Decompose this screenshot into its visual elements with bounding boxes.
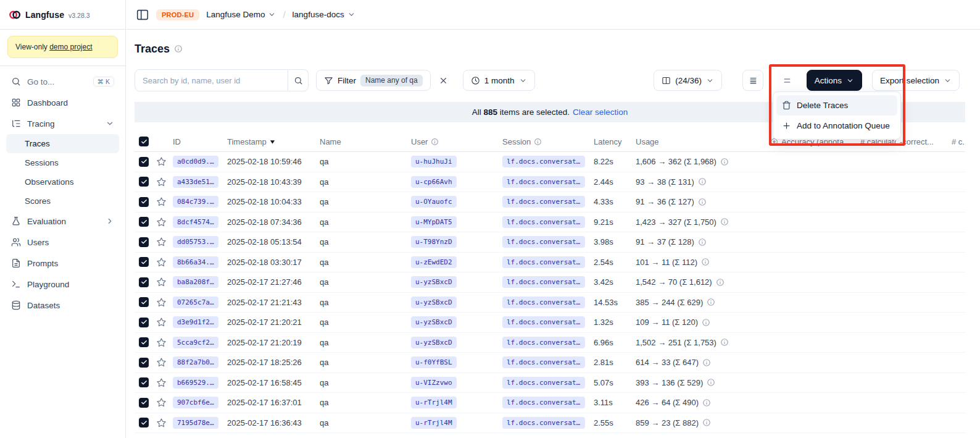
user-badge[interactable]: u-huJhuJi [411,156,457,167]
session-badge[interactable]: lf.docs.conversation... [502,196,585,208]
table-row[interactable]: a433de51...2025-02-18 10:43:39qau-cp66Av… [135,172,965,193]
sidebar-item-sessions[interactable]: Sessions [6,153,119,172]
trace-id-badge[interactable]: 8dcf4574... [173,216,218,228]
trace-id-badge[interactable]: 7195d78e... [173,417,218,429]
column-header-latency[interactable]: Latency [590,137,632,146]
session-badge[interactable]: lf.docs.conversation... [502,316,585,328]
star-icon[interactable] [156,397,167,408]
user-badge[interactable]: u-yzSBxcD [411,337,457,348]
trace-id-badge[interactable]: d3e9d1f2... [173,316,218,328]
user-badge[interactable]: u-cp66Avh [411,176,457,188]
table-row[interactable]: d3e9d1f2...2025-02-17 21:20:21qau-yzSBxc… [135,313,965,333]
star-icon[interactable] [156,297,167,308]
star-icon[interactable] [156,156,167,167]
filter-button[interactable]: Filter Name any of qa [316,70,431,91]
session-badge[interactable]: lf.docs.conversation... [502,417,585,429]
sidebar-item-prompts[interactable]: Prompts [6,253,119,274]
row-checkbox[interactable] [139,318,149,327]
user-badge[interactable]: u-f0YfBSL [411,356,457,368]
search-button[interactable] [288,69,309,91]
table-row[interactable]: 084c739...2025-02-18 10:04:33qau-OYauofc… [135,192,965,213]
org-switcher[interactable]: Langfuse Demo [206,10,276,19]
sidebar-item-observations[interactable]: Observations [6,172,119,192]
clear-selection-link[interactable]: Clear selection [573,107,628,117]
table-row[interactable]: 8b66a34...2025-02-18 03:30:17qau-zEwdED2… [135,253,965,273]
goto-search[interactable]: Go to... ⌘ K [6,71,119,92]
trace-id-badge[interactable]: 907cbf6e... [173,397,218,408]
trace-id-badge[interactable]: 084c739... [173,196,218,208]
sidebar-item-evaluation[interactable]: Evaluation [6,211,119,232]
session-badge[interactable]: lf.docs.conversation... [502,256,585,268]
session-badge[interactable]: lf.docs.conversation... [502,337,585,348]
actions-button[interactable]: Actions [807,70,862,91]
session-badge[interactable]: lf.docs.conversation... [502,356,585,368]
row-checkbox[interactable] [139,237,149,247]
row-height-small-button[interactable] [742,70,763,91]
clear-filter-button[interactable] [434,71,453,90]
project-switcher[interactable]: langfuse-docs [293,10,355,19]
table-row[interactable]: a0cd0d9...2025-02-18 10:59:46qau-huJhuJi… [135,152,965,172]
trace-id-badge[interactable]: b669529... [173,377,218,389]
session-badge[interactable]: lf.docs.conversation... [502,216,585,228]
sidebar-item-dashboard[interactable]: Dashboard [6,92,119,113]
search-input[interactable] [135,69,288,91]
column-header-extra[interactable]: # c... [948,137,965,146]
user-badge[interactable]: u-T98YnzD [411,236,457,248]
row-checkbox[interactable] [139,277,149,287]
session-badge[interactable]: lf.docs.conversation... [502,397,585,408]
column-header-user[interactable]: User [407,137,499,146]
trace-id-badge[interactable]: a433de51... [173,176,218,188]
trace-id-badge[interactable]: 07265c7a... [173,297,218,308]
table-row[interactable]: b669529...2025-02-17 16:58:45qau-VIZzvwo… [135,373,965,394]
star-icon[interactable] [156,257,167,267]
sidebar-item-users[interactable]: Users [6,232,119,253]
column-header-id[interactable]: ID [169,137,223,146]
trace-id-badge[interactable]: ba8a208f... [173,276,218,288]
table-row[interactable]: 907cbf6e...2025-02-17 16:37:01qau-rTrjl4… [135,393,965,413]
table-row[interactable]: dd05753...2025-02-18 05:13:54qau-T98YnzD… [135,232,965,253]
star-icon[interactable] [156,357,167,368]
columns-button[interactable]: (24/36) [654,70,722,91]
sidebar-item-tracing[interactable]: Tracing [6,113,119,134]
star-icon[interactable] [156,177,167,187]
demo-project-link[interactable]: demo project [49,43,92,51]
session-badge[interactable]: lf.docs.conversation... [502,276,585,288]
time-range-button[interactable]: 1 month [463,70,535,91]
star-icon[interactable] [156,196,167,207]
user-badge[interactable]: u-MYpDAT5 [411,216,457,228]
table-row[interactable]: 5cca9cf2...2025-02-17 21:20:19qau-yzSBxc… [135,333,965,353]
session-badge[interactable]: lf.docs.conversation... [502,297,585,308]
row-checkbox[interactable] [139,358,149,368]
star-icon[interactable] [156,418,167,428]
row-checkbox[interactable] [139,157,149,167]
star-icon[interactable] [156,317,167,327]
row-checkbox[interactable] [139,257,149,267]
session-badge[interactable]: lf.docs.conversation... [502,236,585,248]
table-row[interactable]: ba8a208f...2025-02-17 21:27:46qau-yzSBxc… [135,272,965,293]
trace-id-badge[interactable]: dd05753... [173,236,218,248]
menu-item-delete-traces[interactable]: Delete Traces [776,95,897,116]
column-header-timestamp[interactable]: Timestamp [223,137,316,146]
user-badge[interactable]: u-OYauofc [411,196,457,208]
session-badge[interactable]: lf.docs.conversation... [502,176,585,188]
star-icon[interactable] [156,237,167,247]
row-checkbox[interactable] [139,418,149,427]
row-checkbox[interactable] [139,217,149,227]
row-checkbox[interactable] [139,297,149,307]
table-row[interactable]: 88f2a7b0...2025-02-17 18:25:26qau-f0YfBS… [135,353,965,373]
star-icon[interactable] [156,277,167,287]
sidebar-toggle-button[interactable] [136,8,149,22]
row-checkbox[interactable] [139,177,149,187]
sidebar-item-traces[interactable]: Traces [6,134,119,153]
trace-id-badge[interactable]: 8b66a34... [173,256,218,268]
star-icon[interactable] [156,377,167,388]
row-checkbox[interactable] [139,398,149,408]
row-checkbox[interactable] [139,197,149,207]
trace-id-badge[interactable]: a0cd0d9... [173,156,218,167]
user-badge[interactable]: u-VIZzvwo [411,377,457,389]
export-selection-button[interactable]: Export selection [872,70,960,91]
user-badge[interactable]: u-yzSBxcD [411,316,457,328]
table-row[interactable]: 7195d78e...2025-02-17 16:36:43qau-rTrjl4… [135,413,965,434]
user-badge[interactable]: u-rTrjl4M [411,417,457,429]
sidebar-item-playground[interactable]: Playground [6,274,119,295]
